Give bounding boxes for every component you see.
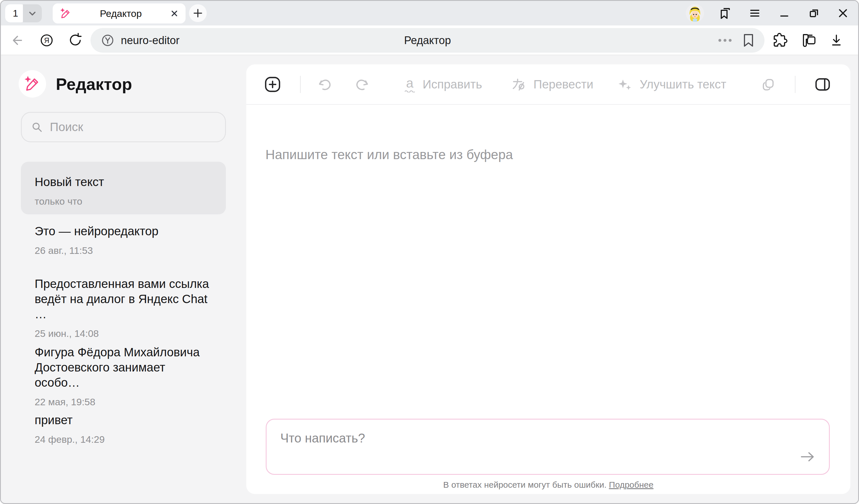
- document-title: Новый текст: [35, 174, 212, 189]
- document-title: Это — нейроредактор: [35, 224, 212, 239]
- document-time: 25 июн., 14:08: [35, 328, 212, 339]
- document-title: Предоставленная вами ссылка ведёт на диа…: [35, 276, 212, 322]
- editor-area[interactable]: Напишите текст или вставьте из буфера: [266, 147, 513, 162]
- restore-window-button[interactable]: [805, 4, 823, 22]
- improve-text-button[interactable]: Улучшить текст: [617, 64, 726, 105]
- downloads-button[interactable]: [828, 32, 845, 49]
- download-icon: [829, 33, 844, 48]
- bookmarks-panel-button[interactable]: [716, 4, 735, 22]
- document-list-item[interactable]: привет 24 февр., 14:29: [21, 412, 226, 445]
- editor-panel: a Исправить Перевести: [246, 64, 850, 494]
- fix-text-button[interactable]: a Исправить: [404, 64, 482, 105]
- tab-editor[interactable]: Редактор: [53, 3, 185, 24]
- profile-avatar[interactable]: [686, 4, 704, 22]
- improve-text-label: Улучшить текст: [640, 78, 726, 91]
- bookmark-page-icon[interactable]: [742, 33, 755, 48]
- tab-group-expand-button[interactable]: [23, 4, 42, 22]
- search-icon: [30, 121, 44, 134]
- search-input[interactable]: [50, 120, 216, 134]
- back-arrow-icon: [9, 33, 24, 48]
- panel-layout-icon: [814, 76, 831, 93]
- new-document-plus-icon: [264, 76, 281, 93]
- chevron-down-icon: [28, 9, 37, 18]
- app-title: Редактор: [56, 74, 132, 94]
- editor-toolbar: a Исправить Перевести: [246, 64, 850, 105]
- document-time: 26 авг., 11:53: [35, 245, 212, 256]
- address-toolbar: Я neuro-editor Редактор: [1, 26, 858, 55]
- avatar-image: [686, 3, 704, 23]
- toggle-sidebar-button[interactable]: [814, 76, 831, 93]
- document-title: привет: [35, 412, 212, 428]
- sparkles-icon: [617, 77, 632, 92]
- redo-button[interactable]: [353, 77, 370, 92]
- copy-button[interactable]: [761, 77, 776, 92]
- passwords-button[interactable]: [800, 32, 817, 49]
- redo-icon: [353, 77, 370, 92]
- tab-title: Редактор: [72, 8, 170, 19]
- tab-group-control: 1: [5, 4, 42, 22]
- pencil-sparkle-icon: [24, 76, 41, 92]
- hamburger-menu-icon: [748, 6, 762, 20]
- search-box[interactable]: [21, 112, 226, 142]
- reload-icon: [68, 33, 83, 48]
- document-list-item[interactable]: Это — нейроредактор 26 авг., 11:53: [21, 224, 226, 256]
- plus-icon: [192, 8, 203, 19]
- more-actions-icon[interactable]: [718, 37, 733, 44]
- close-icon: [836, 6, 850, 20]
- document-time: 22 мая, 19:58: [35, 396, 212, 408]
- translate-label: Перевести: [533, 78, 593, 91]
- tab-strip: 1 Редактор: [1, 1, 858, 26]
- copy-icon: [761, 77, 776, 92]
- restore-icon: [807, 6, 821, 20]
- app-logo: [19, 70, 46, 97]
- svg-text:Я: Я: [44, 36, 49, 44]
- ai-disclaimer: В ответах нейросети могут быть ошибки. П…: [246, 480, 850, 490]
- address-url[interactable]: neuro-editor: [121, 34, 180, 47]
- page-title: Редактор: [90, 34, 765, 47]
- disclaimer-more-link[interactable]: Подробнее: [609, 480, 654, 489]
- app-logo-row: Редактор: [19, 70, 132, 97]
- fix-text-label: Исправить: [423, 78, 482, 91]
- tab-group-count: 1: [13, 8, 18, 19]
- document-time: 24 февр., 14:29: [35, 434, 212, 445]
- address-bar[interactable]: neuro-editor Редактор: [90, 28, 765, 53]
- yandex-logo-icon: Я: [39, 32, 55, 48]
- undo-icon: [317, 77, 333, 92]
- prompt-input[interactable]: [267, 419, 829, 474]
- translate-button[interactable]: Перевести: [511, 64, 593, 105]
- new-document-button[interactable]: [264, 76, 281, 93]
- reload-button[interactable]: [67, 32, 84, 49]
- puzzle-icon: [772, 32, 788, 48]
- send-arrow-icon: [800, 450, 816, 464]
- extensions-button[interactable]: [771, 32, 788, 49]
- send-button[interactable]: [799, 448, 817, 466]
- page-content: Редактор Новый текст только что Это — не…: [1, 55, 858, 503]
- back-button[interactable]: [8, 32, 25, 49]
- site-badge-icon: [100, 33, 115, 48]
- toolbar-divider: [795, 76, 796, 93]
- document-list-item-selected[interactable]: Новый текст только что: [21, 162, 226, 214]
- document-list-item[interactable]: Фигура Фёдора Михайловича Достоевского з…: [21, 345, 226, 408]
- bookmarks-icon: [718, 6, 733, 20]
- document-list-item[interactable]: Предоставленная вами ссылка ведёт на диа…: [21, 276, 226, 339]
- key-folder-icon: [800, 32, 817, 48]
- spellcheck-icon: a: [404, 76, 415, 92]
- browser-window: 1 Редактор: [0, 0, 859, 504]
- document-time: только что: [35, 196, 212, 207]
- browser-menu-button[interactable]: [745, 4, 764, 22]
- close-window-button[interactable]: [834, 4, 852, 22]
- tab-close-icon[interactable]: [170, 9, 179, 18]
- undo-button[interactable]: [317, 77, 333, 92]
- minimize-icon: [778, 6, 791, 20]
- tab-favicon-pencil-icon: [60, 7, 72, 19]
- minimize-window-button[interactable]: [775, 4, 794, 22]
- disclaimer-text: В ответах нейросети могут быть ошибки.: [443, 480, 606, 489]
- prompt-box: [266, 419, 830, 475]
- yandex-home-button[interactable]: Я: [38, 32, 55, 49]
- document-title: Фигура Фёдора Михайловича Достоевского з…: [35, 345, 212, 390]
- new-tab-button[interactable]: [189, 4, 207, 22]
- toolbar-divider: [300, 76, 301, 93]
- translate-icon: [511, 77, 526, 92]
